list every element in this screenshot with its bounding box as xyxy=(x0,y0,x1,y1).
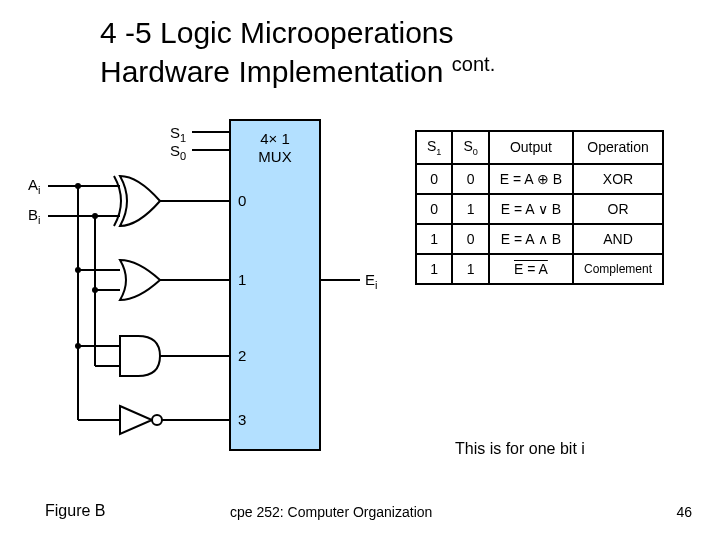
table-header-row: S1 S0 Output Operation xyxy=(416,131,663,164)
mux-in1: 1 xyxy=(238,271,246,288)
input-b-label: Bi xyxy=(28,206,40,226)
title-suffix: cont. xyxy=(452,53,495,75)
not-gate-icon xyxy=(120,406,162,434)
circuit-diagram: Ai Bi S1 S0 xyxy=(20,120,420,490)
figure-caption: Figure B xyxy=(45,502,105,520)
title-line2: Hardware Implementation xyxy=(100,55,444,88)
page-number: 46 xyxy=(676,504,692,520)
mux-in0: 0 xyxy=(238,192,246,209)
mux-title-1: 4× 1 xyxy=(260,130,290,147)
table-row: 0 1 E = A ∨ B OR xyxy=(416,194,663,224)
select-s1-label: S1 xyxy=(170,124,186,144)
select-s0-label: S0 xyxy=(170,142,186,162)
mux-in2: 2 xyxy=(238,347,246,364)
page-title: 4 -5 Logic Microoperations Hardware Impl… xyxy=(100,14,495,90)
title-line1: 4 -5 Logic Microoperations xyxy=(100,16,454,49)
truth-table: S1 S0 Output Operation 0 0 E = A ⊕ B XOR… xyxy=(415,130,664,285)
mux-title-2: MUX xyxy=(258,148,291,165)
table-row: 1 1 E = A Complement xyxy=(416,254,663,284)
th-s1: S1 xyxy=(416,131,452,164)
svg-point-16 xyxy=(152,415,162,425)
xor-gate-icon xyxy=(114,176,160,226)
or-gate-icon xyxy=(120,260,160,300)
table-row: 0 0 E = A ⊕ B XOR xyxy=(416,164,663,194)
note-text: This is for one bit i xyxy=(455,440,585,458)
and-gate-icon xyxy=(120,336,160,376)
output-label: Ei xyxy=(365,271,377,291)
input-a-label: Ai xyxy=(28,176,40,196)
footer-text: cpe 252: Computer Organization xyxy=(230,504,432,520)
th-output: Output xyxy=(489,131,573,164)
th-s0: S0 xyxy=(452,131,488,164)
th-op: Operation xyxy=(573,131,663,164)
table-row: 1 0 E = A ∧ B AND xyxy=(416,224,663,254)
mux-in3: 3 xyxy=(238,411,246,428)
